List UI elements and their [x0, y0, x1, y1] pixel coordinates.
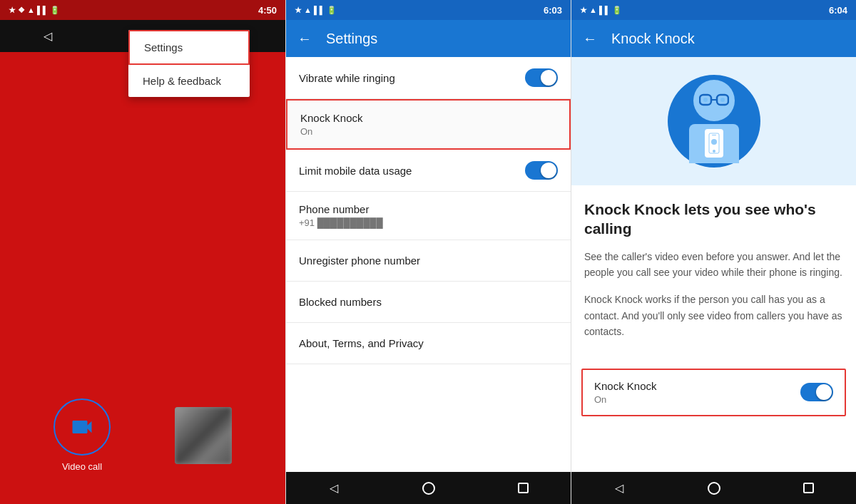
back-icon-2: ◁ — [330, 481, 338, 495]
home-nav-3[interactable] — [693, 472, 735, 504]
battery-icon: 🔋 — [50, 6, 60, 15]
bars-icon-2: ▌▌ — [314, 6, 325, 14]
panel-3: ★ ▲ ▌▌ 🔋 6:04 ← Knock Knock — [571, 0, 856, 504]
status-icons-3: ★ ▲ ▌▌ 🔋 — [580, 6, 622, 15]
knockknock-toggle-row[interactable]: Knock Knock On — [581, 369, 846, 416]
kk-toggle-subtitle: On — [594, 394, 657, 405]
dropdown-menu: Settings Help & feedback — [128, 30, 250, 97]
settings-item-mobiledata[interactable]: Limit mobile data usage — [286, 150, 571, 192]
kk-toggle-title: Knock Knock — [594, 380, 657, 392]
recents-icon-3 — [803, 483, 814, 493]
kk-circle-bg — [668, 75, 760, 168]
bottom-nav-2: ◁ — [286, 472, 571, 504]
vibrate-toggle[interactable] — [525, 68, 558, 87]
bars-icon-3: ▌▌ — [599, 6, 611, 14]
svg-point-8 — [711, 139, 717, 145]
signal-icon: ❖ — [18, 6, 25, 15]
video-call-label: Video call — [62, 461, 102, 472]
svg-point-4 — [720, 98, 725, 102]
knockknock-illustration — [571, 57, 856, 185]
phonenumber-text: Phone number +91 ██████████ — [299, 203, 383, 228]
knockknock-header: ← Knock Knock — [571, 20, 856, 57]
time-display-3: 6:04 — [829, 5, 847, 16]
kk-phone-icon — [705, 129, 723, 158]
panel-1-bottom: Video call — [0, 398, 285, 472]
kk-head — [693, 80, 735, 121]
battery-icon-2: 🔋 — [327, 6, 337, 15]
videocam-icon — [69, 414, 95, 440]
panel-2: ★ ▲ ▌▌ 🔋 6:03 ← Settings Vibrate while r… — [285, 0, 571, 504]
knockknock-content: Knock Knock lets you see who's calling S… — [571, 57, 856, 472]
recents-nav-3[interactable] — [788, 472, 830, 504]
knockknock-toggle[interactable] — [800, 383, 833, 401]
status-bar-2: ★ ▲ ▌▌ 🔋 6:03 — [286, 0, 571, 20]
dropdown-item-help[interactable]: Help & feedback — [128, 65, 250, 97]
avatar-placeholder — [175, 407, 232, 464]
knockknock-header-title: Knock Knock — [611, 31, 695, 47]
avatar-blur — [175, 407, 232, 464]
back-nav-3[interactable]: ◁ — [598, 472, 641, 504]
settings-item-vibrate[interactable]: Vibrate while ringing — [286, 57, 571, 99]
status-bar-1: ★ ❖ ▲ ▌▌ 🔋 4:50 — [0, 0, 285, 20]
wifi-icon-2: ▲ — [304, 6, 312, 14]
vibrate-toggle-knob — [541, 70, 556, 86]
mobiledata-toggle[interactable] — [525, 161, 558, 180]
back-button-2[interactable]: ← — [297, 31, 312, 47]
back-nav-2[interactable]: ◁ — [312, 472, 355, 504]
settings-header: ← Settings — [286, 20, 571, 57]
recents-nav-2[interactable] — [502, 472, 545, 504]
bluetooth-icon-2: ★ — [295, 6, 302, 15]
dropdown-item-settings[interactable]: Settings — [128, 30, 250, 65]
battery-icon-3: 🔋 — [612, 6, 622, 15]
home-nav-2[interactable] — [407, 472, 450, 504]
settings-label: Settings — [144, 41, 183, 53]
bottom-nav-3: ◁ — [571, 472, 856, 504]
status-icons-2: ★ ▲ ▌▌ 🔋 — [295, 6, 337, 15]
home-icon-2 — [422, 482, 435, 495]
back-nav-1[interactable]: ◁ — [26, 20, 69, 52]
kk-glasses-svg — [699, 91, 729, 110]
kk-toggle-text: Knock Knock On — [594, 380, 657, 405]
settings-list: Vibrate while ringing Knock Knock On Lim… — [286, 57, 571, 472]
knockknock-desc-2: Knock Knock works if the person you call… — [584, 292, 843, 339]
vibrate-title: Vibrate while ringing — [299, 72, 395, 84]
time-display-2: 6:03 — [544, 5, 562, 16]
back-icon-3: ◁ — [615, 481, 623, 495]
back-icon-1: ◁ — [44, 29, 52, 43]
knockknock-main-title: Knock Knock lets you see who's calling — [584, 200, 843, 239]
settings-item-blocked[interactable]: Blocked numbers — [286, 282, 571, 323]
settings-item-unregister[interactable]: Unregister phone number — [286, 240, 571, 282]
bluetooth-icon: ★ — [9, 6, 16, 15]
knockknock-text-section: Knock Knock lets you see who's calling S… — [571, 185, 856, 363]
knockknock-subtitle: On — [300, 126, 363, 137]
back-button-3[interactable]: ← — [583, 31, 597, 47]
svg-rect-7 — [712, 135, 716, 135]
knockknock-text: Knock Knock On — [300, 112, 363, 137]
kk-phone-svg — [708, 133, 720, 154]
settings-title: Settings — [326, 31, 377, 47]
settings-item-about[interactable]: About, Terms, and Privacy — [286, 323, 571, 364]
about-title: About, Terms, and Privacy — [299, 337, 424, 349]
phonenumber-title: Phone number — [299, 203, 383, 215]
video-call-circle — [54, 398, 111, 456]
mobiledata-toggle-knob — [541, 163, 556, 178]
unregister-title: Unregister phone number — [299, 254, 420, 267]
video-call-button[interactable]: Video call — [54, 398, 111, 472]
help-label: Help & feedback — [143, 75, 221, 87]
kk-person — [689, 80, 739, 163]
mobiledata-text: Limit mobile data usage — [299, 165, 412, 177]
status-icons-1: ★ ❖ ▲ ▌▌ 🔋 — [9, 6, 60, 15]
panel-1: ★ ❖ ▲ ▌▌ 🔋 4:50 Settings Help & feedback… — [0, 0, 285, 504]
home-icon-3 — [708, 482, 720, 495]
settings-item-knockknock[interactable]: Knock Knock On — [286, 99, 571, 150]
knockknock-desc-1: See the caller's video even before you a… — [584, 249, 843, 281]
settings-item-phonenumber[interactable]: Phone number +91 ██████████ — [286, 192, 571, 240]
vibrate-text: Vibrate while ringing — [299, 72, 395, 84]
about-text: About, Terms, and Privacy — [299, 337, 424, 349]
status-bar-3: ★ ▲ ▌▌ 🔋 6:04 — [571, 0, 856, 20]
wifi-icon: ▲ — [27, 6, 35, 14]
knockknock-title: Knock Knock — [300, 112, 363, 124]
svg-point-3 — [703, 98, 708, 102]
knockknock-toggle-knob — [816, 384, 832, 400]
bluetooth-icon-3: ★ — [580, 6, 587, 15]
